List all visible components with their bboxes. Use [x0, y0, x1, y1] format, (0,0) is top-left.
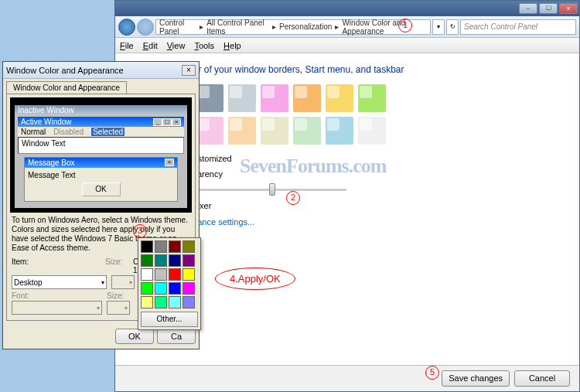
minimize-button[interactable]: –: [519, 3, 537, 14]
palette-color[interactable]: [169, 296, 181, 308]
color-swatch[interactable]: [326, 117, 353, 145]
color-swatch[interactable]: [261, 84, 288, 112]
dialog-ok-button[interactable]: OK: [115, 329, 154, 344]
maximize-button[interactable]: ☐: [539, 3, 558, 14]
palette-color[interactable]: [183, 254, 195, 267]
palette-color[interactable]: [169, 240, 181, 253]
cancel-button[interactable]: Cancel: [514, 370, 570, 387]
color-swatch[interactable]: [196, 84, 223, 112]
refresh-button[interactable]: ↻: [446, 19, 459, 35]
fsize-label: Size:: [107, 291, 130, 300]
palette-color[interactable]: [141, 282, 153, 295]
search-input[interactable]: Search Control Panel: [460, 19, 576, 35]
dialog-title: Window Color and Appearance: [6, 66, 124, 75]
palette-color[interactable]: [183, 296, 195, 308]
titlebar: – ☐ x: [115, 1, 579, 16]
color-swatch[interactable]: [326, 84, 353, 112]
dialog-tab[interactable]: Window Color and Appearance: [6, 81, 127, 94]
dialog-close-button[interactable]: ×: [182, 65, 196, 76]
palette-color[interactable]: [141, 296, 153, 308]
breadcrumb-item[interactable]: All Control Panel Items: [206, 19, 269, 36]
font-label: Font:: [12, 291, 102, 300]
preview-window-text: Window Text: [18, 137, 184, 154]
close-button[interactable]: x: [559, 3, 578, 14]
preview-message-box: Message Box× Message TextOK: [24, 157, 178, 202]
menu-tools[interactable]: Tools: [194, 41, 214, 50]
color-swatch[interactable]: [358, 84, 386, 112]
size-label: Size:: [105, 257, 128, 266]
palette-color[interactable]: [169, 254, 181, 267]
preview-active-title: Active Window_□×: [18, 117, 184, 127]
color-swatch[interactable]: [196, 117, 223, 145]
breadcrumb-item[interactable]: Window Color and Appearance: [342, 19, 427, 36]
menu-edit[interactable]: Edit: [143, 41, 158, 50]
breadcrumb-dropdown[interactable]: ▾: [432, 19, 445, 35]
other-color-button[interactable]: Other...: [141, 312, 198, 327]
palette-color[interactable]: [183, 268, 195, 281]
palette-color[interactable]: [141, 240, 153, 253]
forward-button[interactable]: [137, 19, 154, 36]
intensity-slider[interactable]: [192, 189, 346, 191]
footer: Save changes Cancel: [115, 365, 579, 391]
palette-color[interactable]: [141, 254, 153, 267]
menu-help[interactable]: Help: [223, 41, 241, 50]
fsize-select: ▾: [107, 301, 130, 315]
breadcrumb[interactable]: Control Panel▸ All Control Panel Items▸ …: [155, 19, 431, 35]
palette-color[interactable]: [183, 240, 195, 253]
item-label: Item:: [12, 257, 101, 266]
color-palette-popup: Other...: [138, 237, 201, 330]
palette-color[interactable]: [155, 296, 167, 308]
navbar: Control Panel▸ All Control Panel Items▸ …: [115, 16, 579, 38]
palette-color[interactable]: [169, 268, 181, 281]
color-swatch[interactable]: [358, 117, 386, 145]
back-button[interactable]: [118, 19, 135, 36]
item-select[interactable]: Desktop▾: [12, 275, 107, 289]
save-changes-button[interactable]: Save changes: [442, 370, 510, 387]
color-swatch[interactable]: [228, 84, 256, 112]
menu-file[interactable]: File: [120, 41, 134, 50]
slider-thumb[interactable]: [269, 183, 275, 196]
dialog-cancel-button[interactable]: Ca: [157, 329, 196, 344]
palette-color[interactable]: [183, 282, 195, 295]
dialog-titlebar: Window Color and Appearance ×: [3, 62, 199, 79]
preview-inactive-title: Inactive Window: [15, 105, 187, 115]
preview-menu: NormalDisabledSelected: [18, 127, 184, 137]
palette-color[interactable]: [155, 268, 167, 281]
palette-color[interactable]: [155, 282, 167, 295]
menu-view[interactable]: View: [167, 41, 186, 50]
color-swatch[interactable]: [261, 117, 288, 145]
menubar: File Edit View Tools Help: [115, 38, 579, 53]
size-select: ▾: [111, 275, 135, 289]
color-swatch[interactable]: [293, 84, 321, 112]
preview-pane: Inactive Window Active Window_□× NormalD…: [10, 97, 192, 213]
palette-color[interactable]: [155, 240, 167, 253]
palette-color[interactable]: [155, 254, 167, 267]
color-swatch[interactable]: [228, 117, 256, 145]
breadcrumb-item[interactable]: Personalization: [279, 22, 332, 31]
font-select: ▾: [12, 301, 102, 315]
palette-color[interactable]: [169, 282, 181, 295]
palette-color[interactable]: [141, 268, 153, 281]
color-swatch[interactable]: [293, 117, 321, 145]
breadcrumb-item[interactable]: Control Panel: [159, 19, 196, 36]
